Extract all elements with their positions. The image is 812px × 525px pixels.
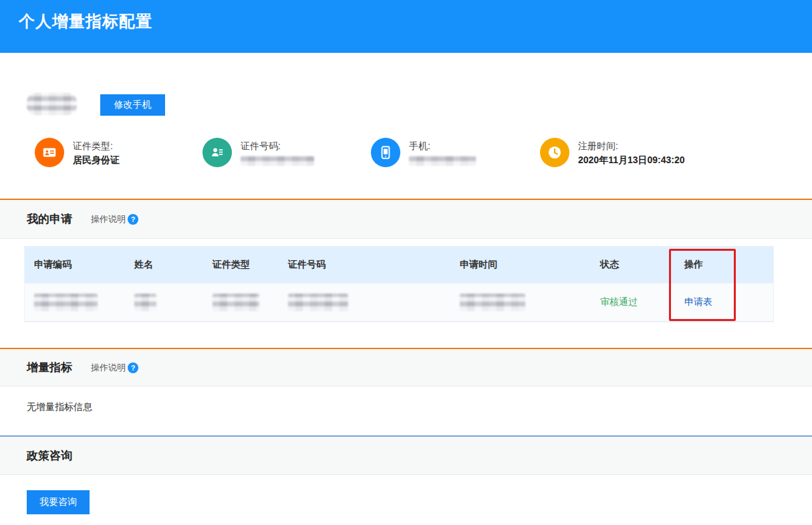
register-time-value: 2020年11月13日09:43:20 [578, 152, 685, 167]
col-header-status: 状态 [591, 246, 675, 283]
id-number-label: 证件号码: [241, 140, 281, 151]
id-type-label: 证件类型: [73, 140, 113, 151]
page-title: 个人增量指标配置 [19, 11, 152, 32]
info-item-register-time: 注册时间: 2020年11月13日09:43:20 [540, 138, 685, 167]
section-title-policy: 政策咨询 [27, 448, 72, 463]
section-my-applications-header: 我的申请 操作说明 ? [0, 199, 812, 239]
application-code-masked [34, 294, 98, 311]
change-phone-button[interactable]: 修改手机 [100, 94, 165, 116]
id-number-cell-masked [288, 294, 348, 311]
status-badge: 审核通过 [600, 296, 638, 308]
cell-action: 申请表 [675, 284, 775, 321]
help-label: 操作说明 [91, 362, 126, 374]
id-card-icon [35, 138, 64, 167]
cell-id-number [279, 284, 450, 321]
person-card-icon [202, 138, 232, 167]
col-header-application-code: 申请编码 [25, 246, 125, 283]
col-header-apply-time: 申请时间 [450, 246, 591, 283]
id-number-masked [241, 156, 314, 166]
question-icon[interactable]: ? [128, 362, 138, 373]
cell-name [125, 284, 203, 321]
info-item-phone: 手机: [371, 138, 476, 167]
table-row: 审核通过 申请表 [25, 283, 773, 322]
user-name-masked [27, 93, 77, 115]
phone-masked [409, 156, 476, 166]
col-header-name: 姓名 [125, 246, 203, 283]
section-quota-header: 增量指标 操作说明 ? [0, 348, 812, 387]
my-applications-help[interactable]: 操作说明 ? [91, 213, 138, 225]
quota-empty-text: 无增量指标信息 [27, 401, 92, 413]
section-policy-header: 政策咨询 [0, 435, 812, 475]
info-item-id-number: 证件号码: [202, 138, 314, 167]
name-masked [134, 294, 156, 311]
clock-icon [540, 138, 569, 167]
col-header-action: 操作 [675, 246, 775, 283]
question-icon[interactable]: ? [128, 214, 138, 225]
cell-status: 审核通过 [591, 284, 675, 321]
app-header-bar: 个人增量指标配置 [0, 0, 812, 53]
page: 个人增量指标配置 修改手机 证件类型: 居民身份证 [0, 0, 812, 525]
application-form-link[interactable]: 申请表 [684, 296, 712, 308]
applications-table: 申请编码 姓名 证件类型 证件号码 申请时间 状态 操作 审核通过 申请表 [24, 246, 774, 322]
register-time-label: 注册时间: [578, 140, 618, 151]
phone-icon [371, 138, 400, 167]
cell-id-type [203, 284, 279, 321]
section-title-my-applications: 我的申请 [27, 211, 72, 227]
id-type-masked [213, 294, 259, 311]
cell-apply-time [450, 284, 591, 321]
info-item-id-type: 证件类型: 居民身份证 [35, 138, 120, 167]
section-title-quota: 增量指标 [27, 360, 72, 375]
table-header-row: 申请编码 姓名 证件类型 证件号码 申请时间 状态 操作 [25, 246, 773, 283]
col-header-id-number: 证件号码 [279, 246, 450, 283]
phone-label: 手机: [409, 140, 430, 151]
help-label: 操作说明 [91, 213, 126, 225]
apply-time-masked [460, 294, 525, 311]
col-header-id-type: 证件类型 [203, 246, 279, 283]
cell-application-code [25, 284, 125, 321]
quota-help[interactable]: 操作说明 ? [91, 362, 138, 374]
id-type-value: 居民身份证 [73, 152, 120, 167]
consult-button[interactable]: 我要咨询 [27, 490, 90, 514]
